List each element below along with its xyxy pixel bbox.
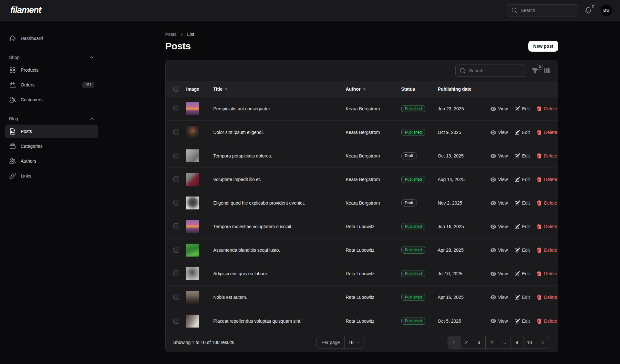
select-all-checkbox[interactable] <box>173 86 179 92</box>
sort-chevron-icon <box>362 87 367 91</box>
sidebar-item-categories[interactable]: Categories <box>5 139 98 153</box>
pagination-page-9[interactable]: 9 <box>511 336 523 349</box>
link-icon <box>9 172 16 179</box>
table-row: Tempora perspiciatis dolores. Keara Berg… <box>166 144 558 168</box>
post-thumbnail <box>186 149 199 162</box>
view-button[interactable]: View <box>490 271 508 277</box>
publishing-date: Jun 23, 2025 <box>438 106 490 111</box>
sidebar-item-authors[interactable]: Authors <box>5 154 98 168</box>
table-header-row: Image Title Author Status Publ <box>166 81 558 97</box>
edit-button[interactable]: Edit <box>514 153 530 159</box>
column-header-author[interactable]: Author <box>346 86 401 92</box>
per-page-select[interactable]: Per page 10 <box>316 336 365 349</box>
sidebar-item-posts[interactable]: Posts <box>5 125 98 138</box>
view-button[interactable]: View <box>490 200 508 206</box>
sidebar-item-label: Dashboard <box>21 36 94 41</box>
pagination-next-button[interactable] <box>536 336 550 349</box>
publishing-date: Apr 16, 2025 <box>438 295 490 300</box>
pencil-square-icon <box>514 153 520 159</box>
view-button[interactable]: View <box>490 224 508 230</box>
post-thumbnail <box>186 244 199 257</box>
post-thumbnail <box>186 173 199 186</box>
view-button[interactable]: View <box>490 247 508 253</box>
breadcrumb: Posts List <box>165 32 558 37</box>
edit-button[interactable]: Edit <box>514 177 530 182</box>
row-checkbox[interactable] <box>173 247 179 253</box>
row-checkbox[interactable] <box>173 176 179 182</box>
sidebar-group-blog-header[interactable]: Blog <box>5 116 98 121</box>
pagination-page-4[interactable]: 4 <box>486 336 498 349</box>
delete-button[interactable]: Delete <box>536 271 557 277</box>
row-checkbox[interactable] <box>173 153 179 158</box>
pagination-page-10[interactable]: 10 <box>523 336 536 349</box>
new-post-button[interactable]: New post <box>528 41 558 52</box>
group-title: Blog <box>9 116 18 121</box>
eye-icon <box>490 247 496 253</box>
eye-icon <box>490 318 496 324</box>
row-checkbox[interactable] <box>173 106 179 111</box>
post-title: Tempora perspiciatis dolores. <box>213 153 346 158</box>
edit-button[interactable]: Edit <box>514 224 530 229</box>
delete-button[interactable]: Delete <box>536 200 557 206</box>
edit-button[interactable]: Edit <box>514 271 530 277</box>
notifications-button[interactable]: 7 <box>584 6 592 14</box>
sidebar-item-orders[interactable]: Orders 191 <box>5 78 98 92</box>
delete-button[interactable]: Delete <box>536 153 557 159</box>
trash-icon <box>536 224 542 229</box>
table-search-input[interactable] <box>469 68 522 73</box>
row-checkbox[interactable] <box>173 129 179 135</box>
delete-button[interactable]: Delete <box>536 224 557 229</box>
view-button[interactable]: View <box>490 153 508 159</box>
row-checkbox[interactable] <box>173 200 179 206</box>
delete-button[interactable]: Delete <box>536 318 557 324</box>
document-text-icon <box>9 128 16 135</box>
publishing-date: Oct 5, 2025 <box>438 318 490 324</box>
row-checkbox[interactable] <box>173 318 179 324</box>
row-checkbox[interactable] <box>173 294 179 300</box>
view-button[interactable]: View <box>490 294 508 300</box>
table-search[interactable] <box>455 65 526 77</box>
edit-button[interactable]: Edit <box>514 200 530 206</box>
edit-button[interactable]: Edit <box>514 129 530 135</box>
global-search-input[interactable] <box>521 8 574 13</box>
sidebar-item-dashboard[interactable]: Dashboard <box>5 32 98 45</box>
view-button[interactable]: View <box>490 106 508 112</box>
pencil-square-icon <box>514 129 520 135</box>
filter-count-badge: 0 <box>537 64 543 70</box>
table-row: Assumenda blanditiis sequi iusto. Reta L… <box>166 238 558 262</box>
edit-button[interactable]: Edit <box>514 294 530 300</box>
view-button[interactable]: View <box>490 177 508 183</box>
row-checkbox[interactable] <box>173 223 179 229</box>
sidebar-group-shop-header[interactable]: Shop <box>5 55 98 60</box>
edit-button[interactable]: Edit <box>514 106 530 112</box>
view-button[interactable]: View <box>490 318 508 324</box>
global-search[interactable] <box>507 4 578 16</box>
table-footer: Showing 1 to 10 of 100 results Per page … <box>166 333 558 352</box>
edit-button[interactable]: Edit <box>514 247 530 253</box>
trash-icon <box>536 200 542 206</box>
pagination-page-2[interactable]: 2 <box>460 336 473 349</box>
post-author: Reta Lubowitz <box>346 318 401 324</box>
delete-button[interactable]: Delete <box>536 177 557 182</box>
avatar[interactable]: DU <box>601 5 612 16</box>
filter-button[interactable]: 0 <box>532 67 539 74</box>
sidebar-item-label: Products <box>21 67 94 73</box>
sidebar-item-customers[interactable]: Customers <box>5 93 98 106</box>
sidebar-item-products[interactable]: Products <box>5 63 98 77</box>
rectangle-stack-icon <box>9 143 16 150</box>
column-header-title[interactable]: Title <box>213 86 346 92</box>
breadcrumb-posts[interactable]: Posts <box>165 32 177 37</box>
delete-button[interactable]: Delete <box>536 247 557 253</box>
view-columns-button[interactable] <box>543 67 550 74</box>
delete-button[interactable]: Delete <box>536 129 557 135</box>
pagination-page-1[interactable]: 1 <box>448 336 460 349</box>
delete-button[interactable]: Delete <box>536 106 557 112</box>
edit-button[interactable]: Edit <box>514 318 530 324</box>
sidebar-item-links[interactable]: Links <box>5 169 98 183</box>
pagination-page-3[interactable]: 3 <box>473 336 486 349</box>
view-button[interactable]: View <box>490 129 508 136</box>
post-author: Reta Lubowitz <box>346 248 401 253</box>
search-icon <box>460 67 466 74</box>
delete-button[interactable]: Delete <box>536 294 557 300</box>
row-checkbox[interactable] <box>173 270 179 276</box>
